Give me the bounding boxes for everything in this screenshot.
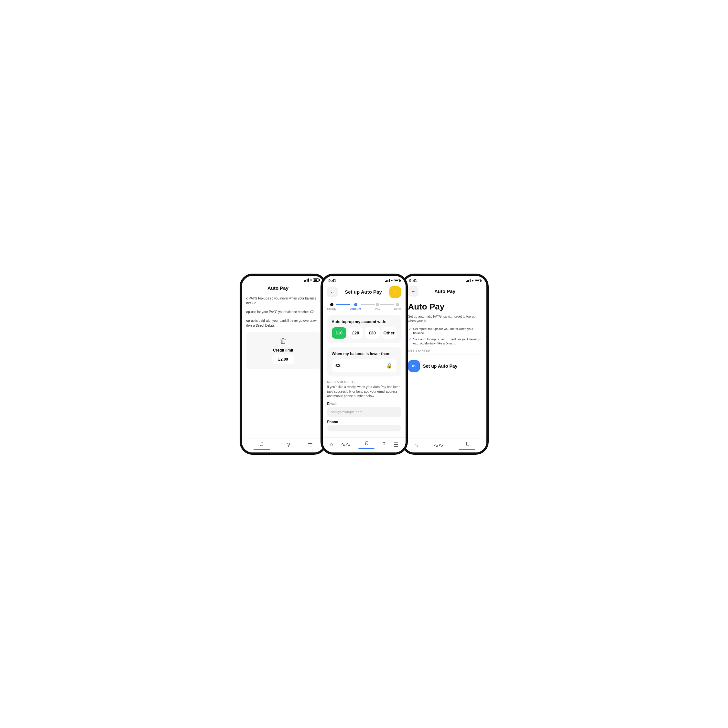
left-nav-payments-icon[interactable]: £ <box>254 441 270 448</box>
center-signal-bar-4 <box>389 279 390 282</box>
center-nav-home-icon[interactable]: ⌂ <box>330 441 333 448</box>
right-signal-bar-2 <box>467 280 468 282</box>
left-status-icons: ▾ <box>304 278 319 282</box>
receipt-section-label: NEED A RECEIPT? <box>327 380 401 384</box>
center-nav-indicator <box>358 448 375 449</box>
right-nav-home-icon[interactable]: ⌂ <box>414 442 418 448</box>
step-energy-label: Energy <box>327 307 336 310</box>
right-content: Auto Pay Set up automatic PAYG top-u... … <box>404 298 486 439</box>
amount-btn-20[interactable]: £20 <box>348 327 363 339</box>
left-phone: ▾ Auto Pay c PAYG top-ups so you never w… <box>240 274 327 455</box>
center-nav-activity-icon[interactable]: ∿∿ <box>341 441 350 448</box>
check-mark-2: ✓ <box>408 337 411 346</box>
phone-field-label: Phone <box>327 420 401 424</box>
infinity-icon: ∞ <box>408 360 420 372</box>
left-phone-screen: ▾ Auto Pay c PAYG top-ups so you never w… <box>242 276 325 453</box>
topup-card: Auto top-up my account with: £10 £20 £30… <box>327 315 401 343</box>
step-pay-dot <box>376 303 379 306</box>
center-status-time: 9:41 <box>329 278 336 283</box>
left-content: c PAYG top-ups so you never when your ba… <box>242 293 325 439</box>
center-header-title: Set up Auto Pay <box>345 289 382 295</box>
email-input[interactable]: sam@example.com <box>327 407 401 417</box>
signal-bar-3 <box>307 279 307 282</box>
trash-icon: 🗑 <box>280 337 287 346</box>
right-signal-bar-1 <box>466 281 467 282</box>
center-nav-payments-icon[interactable]: £ <box>358 440 375 447</box>
delete-area: 🗑 Credit limit £2.00 <box>246 332 320 369</box>
right-big-title: Auto Pay <box>408 302 482 312</box>
center-phone-wrapper: 9:41 ▾ <box>321 274 408 455</box>
credit-limit-value: £2.00 <box>272 355 294 364</box>
left-text-1: c PAYG top-ups so you never when your ba… <box>246 296 320 306</box>
right-status-icons: ▾ <box>466 279 480 282</box>
step-done-label: Done <box>394 307 401 310</box>
balance-card: When my balance is lower than: £2 🔒 <box>327 347 401 376</box>
wifi-icon: ▾ <box>310 278 312 282</box>
setup-btn-label: Set up Auto Pay <box>423 364 457 369</box>
topup-card-title: Auto top-up my account with: <box>332 320 396 324</box>
get-started-divider <box>408 354 482 355</box>
step-line-2 <box>361 304 375 305</box>
step-amount-label: Amount <box>350 307 361 310</box>
right-back-btn[interactable]: ← <box>408 286 419 297</box>
phone-input[interactable] <box>327 425 401 431</box>
right-battery-fill <box>476 280 479 281</box>
left-app-header: Auto Pay <box>242 283 325 293</box>
step-amount: Amount <box>350 303 361 310</box>
check-text-1: Set repeat top-ups for yo... meter when … <box>413 327 482 335</box>
check-mark-1: ✓ <box>408 327 411 335</box>
center-nav-menu-icon[interactable]: ☰ <box>393 441 398 448</box>
left-nav-menu-icon[interactable]: ☰ <box>307 442 313 449</box>
step-energy: Energy <box>327 303 336 310</box>
center-header-badge: ⚡ <box>389 286 401 298</box>
check-text-2: Your auto top-up is paid ... card, so yo… <box>413 337 482 346</box>
right-status-bar: 9:41 ▾ <box>404 276 486 284</box>
balance-value: £2 <box>336 363 341 368</box>
center-battery-fill <box>395 280 398 281</box>
signal-bar-2 <box>305 280 306 282</box>
right-battery-icon <box>475 279 480 282</box>
battery-icon <box>313 278 319 282</box>
check-item-1: ✓ Set repeat top-ups for yo... meter whe… <box>408 327 482 335</box>
right-signal-bars-icon <box>466 279 471 282</box>
center-stepper: Energy Amount Pay Done <box>323 300 405 312</box>
right-phone-wrapper: 9:41 ▾ <box>401 274 489 455</box>
right-description: Set up automatic PAYG top-u... forget to… <box>408 314 482 323</box>
right-nav-indicator <box>459 449 475 450</box>
center-signal-bar-1 <box>385 281 386 282</box>
signal-bar-4 <box>308 278 309 282</box>
center-signal-bar-2 <box>386 280 387 282</box>
right-app-header: ← Auto Pay <box>404 284 486 298</box>
lock-icon: 🔒 <box>386 362 393 369</box>
left-text-2: op-ups for your PAYG your balance reache… <box>246 309 320 314</box>
center-content: Auto top-up my account with: £10 £20 £30… <box>323 312 405 437</box>
step-pay: Pay <box>375 303 380 310</box>
left-text-3: op-up is paid with your bank ll never go… <box>246 318 320 328</box>
right-wifi-icon: ▾ <box>472 279 474 282</box>
center-signal-bars-icon <box>385 279 390 282</box>
email-placeholder: sam@example.com <box>331 410 362 414</box>
center-app-header: ← Set up Auto Pay ⚡ <box>323 284 405 300</box>
right-nav-payments-icon[interactable]: £ <box>459 441 475 448</box>
center-wifi-icon: ▾ <box>391 279 393 282</box>
left-nav-help-icon[interactable]: ? <box>287 442 290 448</box>
amount-btn-other[interactable]: Other <box>382 327 396 339</box>
right-nav-activity-icon[interactable]: ∿∿ <box>434 442 444 449</box>
center-back-icon: ← <box>330 289 335 295</box>
right-phone: 9:41 ▾ <box>401 274 489 455</box>
right-back-icon: ← <box>411 289 416 294</box>
left-status-bar: ▾ <box>242 276 325 283</box>
center-signal-bar-3 <box>387 280 388 282</box>
step-line-1 <box>336 304 350 305</box>
setup-auto-pay-btn[interactable]: ∞ Set up Auto Pay <box>408 357 482 375</box>
center-nav-help-icon[interactable]: ? <box>382 441 385 448</box>
receipt-section: NEED A RECEIPT? If you'd like a receipt … <box>327 380 401 431</box>
step-energy-dot <box>330 303 333 306</box>
right-header-title: Auto Pay <box>434 289 455 294</box>
left-nav-indicator <box>254 449 270 450</box>
center-phone: 9:41 ▾ <box>321 274 408 455</box>
amount-btn-10[interactable]: £10 <box>332 327 347 339</box>
center-back-btn[interactable]: ← <box>327 287 338 297</box>
left-header-title: Auto Pay <box>268 285 289 291</box>
amount-btn-30[interactable]: £30 <box>365 327 380 339</box>
